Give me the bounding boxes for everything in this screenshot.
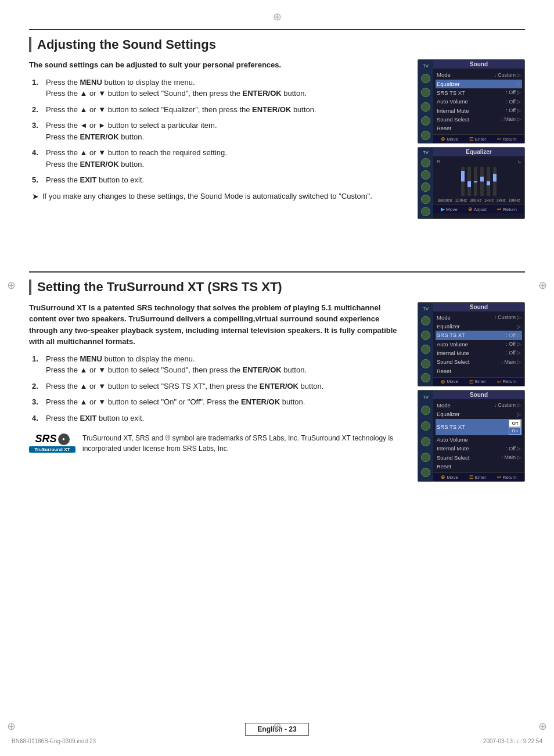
dropdown-off: Off xyxy=(509,420,521,427)
panel1-row-reset: Reset xyxy=(436,124,522,132)
eq-icon-4 xyxy=(421,195,430,204)
step-1-5: 5. Press the EXIT button to exit. xyxy=(32,174,406,186)
panel1-header: Sound xyxy=(433,60,524,69)
srs-text-row: SRS ● xyxy=(35,433,69,445)
srs-dropdown: Off On xyxy=(509,420,521,435)
p4-row-srs: SRS TS XT Off On xyxy=(436,419,522,435)
panel3-header: Sound xyxy=(433,303,524,311)
section2-steps: 1. Press the MENU button to display the … xyxy=(32,353,406,424)
section2-panels: TV Sound Mode : Custom ▷ xyxy=(418,302,525,482)
eq-freq-labels: Balance 100Hz 300Hz 1kHz 3kHz 10kHz xyxy=(437,198,521,202)
srs-badge: TruSurround XT xyxy=(29,446,75,453)
panel1-footer: ⊕ Move ⊡Enter ↩ Return xyxy=(433,134,524,143)
p4-row-mute: Internal Mute : Off ▷ xyxy=(436,444,522,453)
eq-bar-track-100hz xyxy=(467,167,471,196)
p3-row-auto: Auto Volume : Off ▷ xyxy=(436,340,522,349)
panel1-menu: Mode : Custom ▷ Equalizer ▷ SRS TS XT : … xyxy=(433,69,524,134)
section1-content: The sound settings can be adjusted to su… xyxy=(29,59,525,219)
panel1-icon-5 xyxy=(421,131,430,140)
panel1-row-mute: Internal Mute : Off ▷ xyxy=(436,106,522,115)
p4-row-select: Sound Select : Main ▷ xyxy=(436,453,522,462)
panel4-footer: ⊕ Move ⊡Enter ↩ Return xyxy=(433,472,524,481)
eq-tv-label: TV xyxy=(423,150,429,155)
panel1-tv-label: TV xyxy=(423,63,429,69)
eq-main: R L xyxy=(433,156,524,205)
spacer-1 xyxy=(0,225,554,242)
step-2-1: 1. Press the MENU button to display the … xyxy=(32,353,406,376)
panel4-icons: TV xyxy=(418,390,433,481)
panel1-row-srs: SRS TS XT : Off ▷ xyxy=(436,88,522,97)
p3-row-reset: Reset xyxy=(436,367,522,375)
equalizer-panel: TV Equalizer R L xyxy=(418,147,525,219)
srs-box: SRS ● TruSurround XT TruSurround XT, SRS… xyxy=(29,433,406,454)
panel1-icon-2 xyxy=(421,88,430,97)
sound-panel-1: TV Sound Mode : Custom ▷ xyxy=(418,59,525,144)
step-1-2: 2. Press the ▲ or ▼ button to select "Eq… xyxy=(32,104,406,116)
section1-text-col: The sound settings can be adjusted to su… xyxy=(29,59,406,203)
eq-bar-100hz xyxy=(467,165,471,197)
section2-divider xyxy=(29,271,525,273)
eq-icon-1 xyxy=(421,158,430,167)
panel4-content: Sound Mode : Custom ▷ Equalizer ▷ xyxy=(433,390,524,481)
panel1-icons: TV xyxy=(418,60,433,143)
eq-bar-3khz xyxy=(487,165,490,197)
section-1: Adjusting the Sound Settings The sound s… xyxy=(0,17,554,225)
p3-row-mute: Internal Mute : Off ▷ xyxy=(436,349,522,357)
eq-icon-2 xyxy=(421,170,430,180)
panel3-icons: TV xyxy=(418,303,433,386)
srs-circle-icon: ● xyxy=(58,433,70,445)
srs-logo: SRS ● TruSurround XT xyxy=(29,433,75,453)
panel1-row-equalizer: Equalizer ▷ xyxy=(436,80,522,88)
eq-bar-balance xyxy=(461,165,465,197)
step-1-4: 4. Press the ▲ or ▼ button to reach the … xyxy=(32,147,406,170)
step-2-2: 2. Press the ▲ or ▼ button to select "SR… xyxy=(32,381,406,392)
eq-content: Equalizer R L xyxy=(433,148,524,218)
eq-bar-track-300hz xyxy=(474,167,477,196)
eq-header: Equalizer xyxy=(433,148,524,156)
p4-row-auto: Auto Volume xyxy=(436,435,522,444)
panel1-content: Sound Mode : Custom ▷ Equalizer ▷ xyxy=(433,60,524,143)
step-1-3: 3. Press the ◄ or ► button to select a p… xyxy=(32,120,406,142)
eq-icon-5 xyxy=(421,207,430,216)
step-2-4: 4. Press the EXIT button to exit. xyxy=(32,413,406,424)
bottom-right-crosshair: ⊕ xyxy=(538,720,547,733)
panel1-row-mode: Mode : Custom ▷ xyxy=(436,70,522,79)
panel4-menu: Mode : Custom ▷ Equalizer ▷ SRS TS XT xyxy=(433,399,524,472)
p4-row-mode: Mode : Custom ▷ xyxy=(436,401,522,410)
footer-file-right: 2007-03-13 □□ 9:22:54 xyxy=(483,738,542,744)
eq-rl-labels: R L xyxy=(437,159,521,164)
section2-intro: TruSurround XT is a patented SRS technol… xyxy=(29,302,406,347)
panel4-header: Sound xyxy=(433,390,524,399)
eq-bar-1khz xyxy=(480,165,484,197)
section1-divider xyxy=(29,29,525,30)
eq-bars xyxy=(437,165,521,197)
eq-bar-300hz xyxy=(474,165,477,197)
srs-letters: SRS xyxy=(35,433,56,445)
top-crosshair: ⊕ xyxy=(273,10,282,23)
eq-bar-10khz xyxy=(493,165,497,197)
p3-row-select: Sound Select : Main ▷ xyxy=(436,357,522,366)
eq-bar-track-10khz xyxy=(493,167,497,196)
eq-icon-3 xyxy=(421,182,430,192)
panel3-content: Sound Mode : Custom ▷ Equalizer ▷ xyxy=(433,303,524,386)
eq-bar-track-3khz xyxy=(487,167,490,196)
p3-row-eq: Equalizer ▷ xyxy=(436,322,522,331)
section1-intro: The sound settings can be adjusted to su… xyxy=(29,59,406,71)
p3-row-srs: SRS TS XT : Off ▷ xyxy=(436,331,522,339)
eq-bar-track-1khz xyxy=(480,167,484,196)
section-2: Setting the TruSurround XT (SRS TS XT) T… xyxy=(0,260,554,488)
panel1-icon-3 xyxy=(421,102,430,112)
bottom-left-crosshair: ⊕ xyxy=(7,720,16,733)
p3-row-mode: Mode : Custom ▷ xyxy=(436,313,522,322)
panel1-row-auto: Auto Volume : Off ▷ xyxy=(436,97,522,106)
panel1-icon-4 xyxy=(421,116,430,126)
p4-row-reset: Reset xyxy=(436,462,522,471)
panel1-icon-1 xyxy=(421,74,430,83)
footer-file-left: BN68-01186B-Eng-0309.indd 23 xyxy=(12,738,96,744)
eq-icons: TV xyxy=(418,148,433,218)
sound-panel-4: TV Sound Mode : Custom ▷ xyxy=(418,390,525,482)
left-crosshair: ⊕ xyxy=(7,279,16,292)
eq-bar-track-balance xyxy=(461,167,465,196)
srs-description: TruSurround XT, SRS and ® symbol are tra… xyxy=(82,433,406,454)
right-crosshair: ⊕ xyxy=(538,279,547,292)
